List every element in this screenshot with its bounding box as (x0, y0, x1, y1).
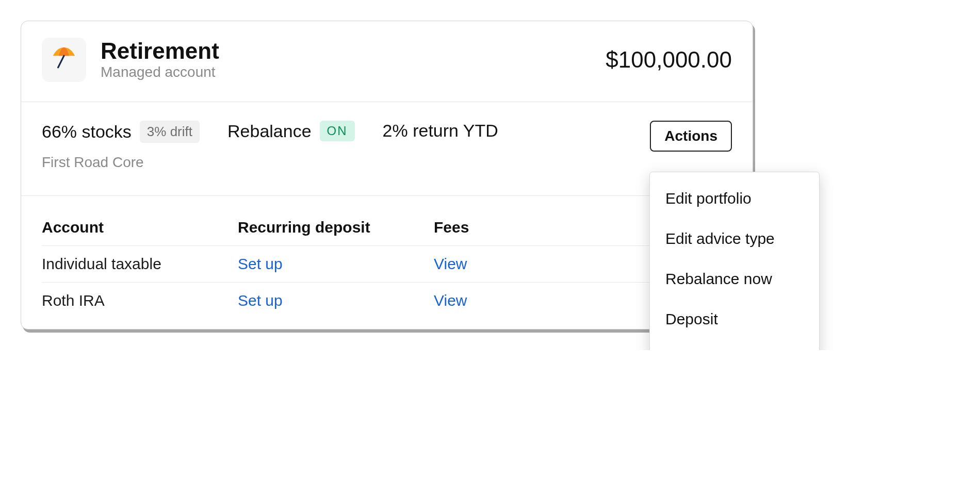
recurring-setup-link[interactable]: Set up (238, 255, 434, 273)
col-header-recurring: Recurring deposit (238, 219, 434, 236)
recurring-setup-link[interactable]: Set up (238, 292, 434, 309)
actions-menu: Edit portfolio Edit advice type Rebalanc… (649, 172, 820, 350)
drift-chip: 3% drift (140, 121, 200, 143)
actions-button[interactable]: Actions (650, 121, 732, 152)
col-header-fees: Fees (434, 219, 594, 236)
metrics-row: 66% stocks 3% drift First Road Core Reba… (21, 102, 753, 196)
return-metric: 2% return YTD (383, 121, 498, 141)
account-subtitle: Managed account (101, 64, 219, 80)
fees-view-link[interactable]: View (434, 255, 594, 273)
allocation-metric: 66% stocks 3% drift First Road Core (42, 121, 200, 171)
fees-view-link[interactable]: View (434, 292, 594, 309)
menu-item-deposit[interactable]: Deposit (650, 299, 819, 339)
table-header-row: Account Recurring deposit Fees Balance (42, 209, 732, 246)
title-block: Retirement Managed account (101, 39, 219, 80)
menu-item-withdraw[interactable]: Withdraw (650, 339, 819, 350)
account-title: Retirement (101, 39, 219, 63)
rebalance-state-chip: ON (320, 121, 355, 141)
retirement-card: Retirement Managed account $100,000.00 6… (21, 21, 753, 329)
table-row: Individual taxable Set up View $0 (42, 246, 732, 283)
menu-item-edit-portfolio[interactable]: Edit portfolio (650, 178, 819, 219)
menu-item-edit-advice-type[interactable]: Edit advice type (650, 219, 819, 259)
account-name: Roth IRA (42, 292, 238, 309)
account-balance: $100,000.00 (606, 47, 732, 73)
account-name: Individual taxable (42, 255, 238, 273)
menu-item-rebalance-now[interactable]: Rebalance now (650, 259, 819, 299)
return-ytd: 2% return YTD (383, 121, 498, 141)
portfolio-name: First Road Core (42, 154, 200, 171)
accounts-table: Account Recurring deposit Fees Balance I… (21, 196, 753, 329)
rebalance-metric: Rebalance ON (227, 121, 355, 141)
umbrella-icon (51, 45, 77, 75)
table-row: Roth IRA Set up View $0 (42, 283, 732, 319)
card-header: Retirement Managed account $100,000.00 (21, 21, 753, 102)
allocation-value: 66% stocks (42, 122, 132, 142)
col-header-account: Account (42, 219, 238, 236)
account-icon-tile (42, 38, 86, 82)
svg-line-0 (58, 56, 64, 68)
rebalance-label: Rebalance (227, 121, 312, 141)
